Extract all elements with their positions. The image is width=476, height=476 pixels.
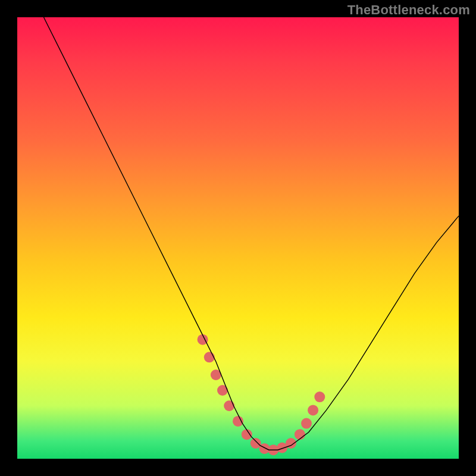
marker-dot	[224, 400, 234, 411]
watermark-text: TheBottleneck.com	[347, 2, 470, 18]
chart-frame: TheBottleneck.com	[0, 0, 476, 476]
marker-dot	[314, 392, 325, 402]
marker-dot	[204, 352, 215, 362]
markers-group	[198, 334, 325, 456]
bottleneck-curve	[44, 17, 459, 450]
marker-dot	[301, 418, 312, 429]
chart-overlay	[17, 17, 459, 459]
marker-dot	[308, 405, 318, 415]
marker-dot	[295, 429, 305, 440]
